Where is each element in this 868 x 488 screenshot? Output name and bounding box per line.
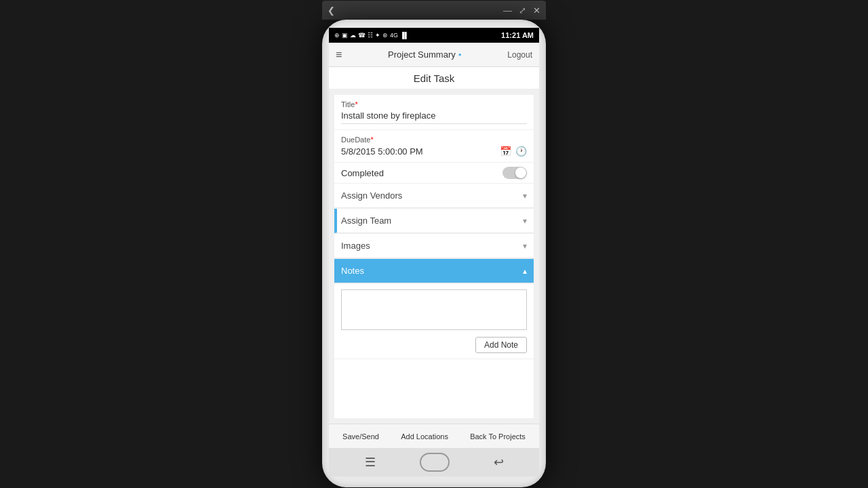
toggle-knob xyxy=(515,167,526,178)
assign-team-chevron-icon: ▾ xyxy=(523,216,527,226)
images-accordion[interactable]: Images ▾ xyxy=(334,234,534,258)
window-chevron-button[interactable]: ❮ xyxy=(328,5,335,16)
app-header: ≡ Project Summary ● Logout xyxy=(329,43,539,67)
phone-back-icon[interactable]: ↩ xyxy=(494,455,504,470)
assign-vendors-accordion[interactable]: Assign Vendors ▾ xyxy=(334,184,534,208)
status-icons: ⊕ ▣ ☁ ☎ ☷ ✦ ⊛ 4G ▐▌ xyxy=(334,32,409,39)
notes-chevron-icon: ▴ xyxy=(523,266,527,276)
phone-home-button[interactable] xyxy=(420,453,450,472)
notes-label: Notes xyxy=(341,266,364,276)
window-maximize-button[interactable]: ⤢ xyxy=(519,5,526,16)
notes-content: Add Note xyxy=(334,284,534,359)
page-title: Edit Task xyxy=(414,73,455,84)
assign-team-accordion[interactable]: Assign Team ▾ xyxy=(334,209,534,233)
notes-extra-space xyxy=(334,359,534,418)
bottom-toolbar: Save/Send Add Locations Back To Projects xyxy=(329,424,539,448)
back-to-projects-button[interactable]: Back To Projects xyxy=(467,431,528,442)
header-title: Project Summary xyxy=(388,49,456,60)
images-label: Images xyxy=(341,241,370,251)
assign-team-label: Assign Team xyxy=(341,216,391,226)
save-send-button[interactable]: Save/Send xyxy=(340,431,382,442)
title-field-section: Title* Install stone by fireplace xyxy=(334,95,534,129)
status-bar: ⊕ ▣ ☁ ☎ ☷ ✦ ⊛ 4G ▐▌ 11:21 AM xyxy=(329,28,539,43)
assign-vendors-label: Assign Vendors xyxy=(341,190,402,201)
window-minimize-button[interactable]: — xyxy=(503,5,512,16)
title-label: Title* xyxy=(341,100,527,108)
notes-accordion[interactable]: Notes ▴ xyxy=(334,259,534,283)
window-close-button[interactable]: ✕ xyxy=(533,5,540,16)
menu-icon[interactable]: ≡ xyxy=(336,49,342,61)
duedate-value[interactable]: 5/8/2015 5:00:00 PM xyxy=(341,146,496,157)
clock-icon[interactable]: 🕐 xyxy=(515,146,527,157)
completed-toggle[interactable] xyxy=(502,167,527,179)
page-title-bar: Edit Task xyxy=(329,67,539,89)
phone-menu-icon[interactable]: ☰ xyxy=(365,455,376,470)
phone-nav: ☰ ↩ xyxy=(329,448,539,476)
logout-button[interactable]: Logout xyxy=(507,50,532,60)
header-info-icon: ● xyxy=(458,52,462,58)
add-locations-button[interactable]: Add Locations xyxy=(398,431,451,442)
completed-row: Completed xyxy=(334,163,534,183)
images-chevron-icon: ▾ xyxy=(523,241,527,251)
completed-label: Completed xyxy=(341,168,384,178)
add-note-button[interactable]: Add Note xyxy=(475,337,527,353)
status-time: 11:21 AM xyxy=(501,31,534,39)
title-value[interactable]: Install stone by fireplace xyxy=(341,110,527,124)
duedate-field-section: DueDate* 5/8/2015 5:00:00 PM 📅 🕐 xyxy=(334,130,534,162)
assign-vendors-chevron-icon: ▾ xyxy=(523,191,527,201)
calendar-icon[interactable]: 📅 xyxy=(500,146,511,157)
form-content: Title* Install stone by fireplace DueDat… xyxy=(329,89,539,424)
notes-textarea[interactable] xyxy=(341,289,527,330)
duedate-label: DueDate* xyxy=(341,136,527,144)
